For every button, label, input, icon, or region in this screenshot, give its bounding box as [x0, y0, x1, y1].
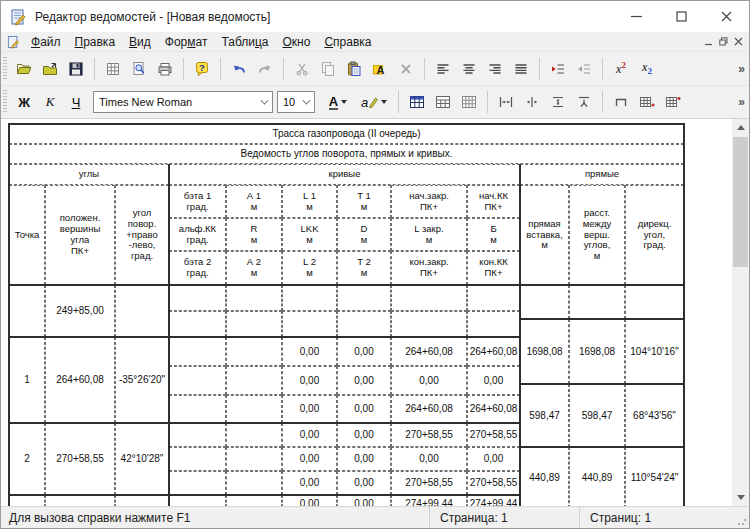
- italic-button[interactable]: К: [37, 89, 63, 115]
- table-cell[interactable]: [169, 366, 226, 395]
- table-cell[interactable]: 1698,08: [520, 319, 569, 384]
- menu-item-format[interactable]: Формат: [158, 33, 215, 51]
- align-left-button[interactable]: [430, 56, 456, 82]
- copy-button[interactable]: [315, 56, 341, 82]
- split-rows-button[interactable]: [571, 89, 597, 115]
- table-cell[interactable]: 0,00: [337, 366, 391, 395]
- menu-item-file[interactable]: Файл: [24, 33, 68, 51]
- align-center-button[interactable]: [456, 56, 482, 82]
- table-header-cell[interactable]: дирекц. угол, град.: [625, 185, 684, 285]
- menu-item-window[interactable]: Окно: [276, 33, 318, 51]
- print-preview-button[interactable]: [126, 56, 152, 82]
- table-cell[interactable]: 270+58,55: [467, 471, 520, 495]
- table-header-cell[interactable]: А 2 м: [226, 251, 282, 285]
- table-header-cell[interactable]: L закр. м: [391, 218, 467, 251]
- table-header-cell[interactable]: положен. вершины угла ПК+: [45, 185, 115, 285]
- table-cell[interactable]: 0,00: [467, 366, 520, 395]
- toolbar-grip[interactable]: [3, 90, 7, 114]
- subscript-button[interactable]: x2: [634, 56, 660, 82]
- table-header-cell[interactable]: нач.закр. ПК+: [391, 185, 467, 218]
- table-header-cell[interactable]: расст. между верш. углов, м: [569, 185, 625, 285]
- table-cell[interactable]: 104°10'16": [625, 319, 684, 384]
- align-justify-button[interactable]: [508, 56, 534, 82]
- cut-button[interactable]: [289, 56, 315, 82]
- table-cell[interactable]: 440,89: [520, 447, 569, 506]
- table-grid-button[interactable]: [100, 56, 126, 82]
- table-cell[interactable]: [282, 311, 337, 337]
- table-header-cell[interactable]: LKK м: [282, 218, 337, 251]
- menu-item-help[interactable]: Справка: [317, 33, 378, 51]
- table-cell[interactable]: [337, 285, 391, 311]
- merge-rows-button[interactable]: [545, 89, 571, 115]
- table-cell[interactable]: 270+58,55: [391, 471, 467, 495]
- table-header-button[interactable]: [430, 89, 456, 115]
- table-cell[interactable]: 0,00: [337, 447, 391, 471]
- table-cell[interactable]: 110°54'24": [625, 447, 684, 506]
- table-header-cell[interactable]: нач.КК ПК+: [467, 185, 520, 218]
- open-recent-button[interactable]: [37, 56, 63, 82]
- table-cell[interactable]: [625, 285, 684, 319]
- table-header-cell[interactable]: Б м: [467, 218, 520, 251]
- table-grid2-button[interactable]: [456, 89, 482, 115]
- table-cell[interactable]: 274+99,44: [467, 495, 520, 506]
- indent-first-button[interactable]: [545, 56, 571, 82]
- table-cell[interactable]: 0,00: [282, 423, 337, 447]
- table-cell[interactable]: [226, 423, 282, 447]
- table-cell[interactable]: 598,47: [569, 384, 625, 447]
- table-cell[interactable]: 0,00: [337, 495, 391, 506]
- table-cell[interactable]: [282, 285, 337, 311]
- table-header-cell[interactable]: L 1 м: [282, 185, 337, 218]
- table-cell[interactable]: [169, 495, 226, 506]
- insert-table-button[interactable]: [404, 89, 430, 115]
- mdi-close-button[interactable]: [731, 35, 745, 48]
- table-cell[interactable]: 0,00: [282, 366, 337, 395]
- delete-button[interactable]: [393, 56, 419, 82]
- font-size-select[interactable]: 10: [277, 91, 315, 113]
- table-cell[interactable]: 0,00: [391, 366, 467, 395]
- table-header-cell[interactable]: прямая вставка, м: [520, 185, 569, 285]
- table-cell[interactable]: 0,00: [337, 337, 391, 366]
- table-cell[interactable]: [226, 471, 282, 495]
- table-cell[interactable]: 274+99,44: [391, 495, 467, 506]
- add-column-button[interactable]: [660, 89, 686, 115]
- bold-button[interactable]: Ж: [11, 89, 37, 115]
- table-cell[interactable]: [169, 285, 226, 311]
- table-cell[interactable]: [391, 285, 467, 311]
- table-cell[interactable]: [45, 495, 115, 506]
- merge-cells-button[interactable]: [493, 89, 519, 115]
- table-cell[interactable]: 0,00: [337, 395, 391, 423]
- menu-item-table[interactable]: Таблица: [214, 33, 275, 51]
- table-cell[interactable]: 264+60,08: [45, 337, 115, 423]
- table-title-cell[interactable]: Ведомость углов поворота, прямых и кривы…: [9, 144, 684, 164]
- maximize-button[interactable]: [659, 1, 704, 32]
- table-cell[interactable]: [226, 447, 282, 471]
- resize-grip[interactable]: [737, 516, 747, 526]
- open-button[interactable]: [11, 56, 37, 82]
- table-cell[interactable]: [169, 311, 226, 337]
- table-cell[interactable]: [226, 395, 282, 423]
- table-title-cell[interactable]: Трасса газопровода (II очередь): [9, 124, 684, 144]
- highlight-button[interactable]: a: [355, 89, 393, 115]
- scroll-up-button[interactable]: [732, 119, 749, 136]
- table-cell[interactable]: 0,00: [337, 423, 391, 447]
- table-cell[interactable]: [9, 495, 45, 506]
- table-cell[interactable]: -35°26'20": [115, 337, 169, 423]
- paste-button[interactable]: [341, 56, 367, 82]
- table-cell[interactable]: 0,00: [337, 471, 391, 495]
- table-cell[interactable]: [467, 285, 520, 311]
- table-cell[interactable]: [391, 311, 467, 337]
- minimize-button[interactable]: [614, 1, 659, 32]
- add-row-button[interactable]: [634, 89, 660, 115]
- table-cell[interactable]: 0,00: [282, 337, 337, 366]
- vertical-scrollbar[interactable]: [732, 119, 749, 506]
- find-format-button[interactable]: А: [367, 56, 393, 82]
- table-header-cell[interactable]: бэта 1 град.: [169, 185, 226, 218]
- table-cell[interactable]: 0,00: [282, 495, 337, 506]
- table-cell[interactable]: [9, 285, 45, 337]
- table-cell[interactable]: [169, 395, 226, 423]
- table-header-cell[interactable]: бэта 2 град.: [169, 251, 226, 285]
- underline-button[interactable]: Ч: [63, 89, 89, 115]
- table-cell[interactable]: [569, 285, 625, 319]
- table-cell[interactable]: [467, 311, 520, 337]
- table-cell[interactable]: 264+60,08: [467, 337, 520, 366]
